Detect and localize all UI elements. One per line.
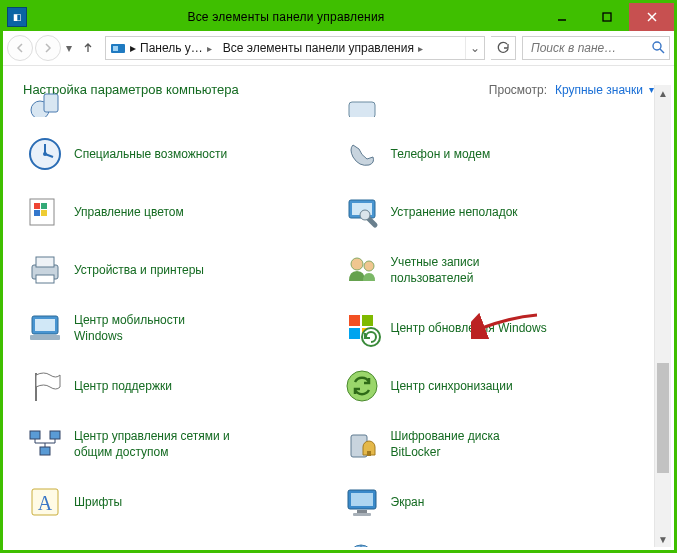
display-icon (341, 481, 383, 523)
toolbar: ▾ ▸ Панель у…▸ Все элементы панели управ… (3, 31, 674, 66)
generic-icon (341, 93, 383, 117)
svg-rect-16 (41, 203, 47, 209)
item-user-accounts[interactable]: Учетные записи пользователей (337, 241, 662, 299)
windows-update-icon (341, 307, 383, 349)
item-label: Телефон и модем (391, 146, 491, 162)
up-button[interactable] (77, 37, 99, 59)
window-buttons (539, 3, 674, 31)
item-display[interactable]: Экран (337, 473, 662, 531)
close-button[interactable] (629, 3, 674, 31)
item-devices-printers[interactable]: Устройства и принтеры (20, 241, 345, 299)
search-box[interactable] (522, 36, 670, 60)
item-phone-modem[interactable]: Телефон и модем (337, 125, 662, 183)
search-input[interactable] (529, 40, 649, 56)
scrollbar[interactable]: ▲ ▼ (654, 85, 671, 547)
svg-point-13 (43, 152, 47, 156)
titlebar: ◧ Все элементы панели управления (3, 3, 674, 31)
item-sync-center[interactable]: Центр синхронизации (337, 357, 662, 415)
item-partial-top-right[interactable] (337, 85, 662, 125)
history-dropdown[interactable]: ▾ (63, 41, 75, 55)
item-fonts[interactable]: AШрифты (20, 473, 345, 531)
network-icon (24, 423, 66, 465)
wrench-icon (341, 191, 383, 233)
svg-rect-15 (34, 203, 40, 209)
breadcrumb-label-1: Панель у… (140, 41, 203, 55)
svg-point-44 (347, 371, 377, 401)
svg-rect-39 (349, 315, 360, 326)
address-bar[interactable]: ▸ Панель у…▸ Все элементы панели управле… (105, 36, 485, 60)
svg-rect-18 (41, 210, 47, 216)
item-label: Специальные возможности (74, 146, 227, 162)
phone-icon (341, 133, 383, 175)
svg-rect-50 (353, 513, 371, 516)
language-icon: 字 (341, 539, 383, 547)
breadcrumb-segment-2[interactable]: Все элементы панели управления▸ (219, 37, 430, 59)
breadcrumb-segment-1[interactable]: Панель у…▸ (136, 37, 219, 59)
item-partial-top-left[interactable] (20, 85, 345, 125)
minimize-button[interactable] (539, 3, 584, 31)
svg-rect-20 (36, 257, 54, 267)
svg-rect-48 (351, 493, 373, 506)
sync-icon (341, 365, 383, 407)
window: ◧ Все элементы панели управления ▾ ▸ Пан… (0, 0, 677, 553)
breadcrumb-label-2: Все элементы панели управления (223, 41, 414, 55)
search-icon (652, 41, 665, 57)
mobility-icon (24, 307, 66, 349)
address-dropdown[interactable]: ⌄ (465, 37, 484, 59)
maximize-button[interactable] (584, 3, 629, 31)
svg-rect-23 (35, 319, 55, 331)
window-title: Все элементы панели управления (33, 10, 539, 24)
svg-text:A: A (38, 492, 53, 514)
item-action-center[interactable]: Центр поддержки (20, 357, 345, 415)
item-label: Центр обновления Windows (391, 320, 547, 336)
svg-rect-26 (30, 431, 40, 439)
svg-rect-24 (30, 335, 60, 340)
svg-line-7 (660, 49, 664, 53)
item-windows-update[interactable]: Центр обновления Windows (337, 299, 662, 357)
svg-point-38 (364, 261, 374, 271)
color-icon (24, 191, 66, 233)
svg-rect-46 (367, 451, 371, 456)
users-icon (341, 249, 383, 291)
refresh-button[interactable] (491, 36, 516, 60)
svg-rect-41 (349, 328, 360, 339)
control-panel-icon: ◧ (7, 7, 27, 27)
forward-button[interactable] (35, 35, 61, 61)
svg-rect-40 (362, 315, 373, 326)
item-label: Устройства и принтеры (74, 262, 204, 278)
item-bitlocker[interactable]: Шифрование диска BitLocker (337, 415, 662, 473)
item-network-sharing[interactable]: Центр управления сетями и общим доступом (20, 415, 345, 473)
item-label: Центр синхронизации (391, 378, 513, 394)
svg-rect-33 (349, 102, 375, 117)
svg-rect-21 (36, 275, 54, 283)
svg-point-6 (653, 42, 661, 50)
item-label: Экран (391, 494, 425, 510)
item-power-options[interactable]: Электропитание (20, 531, 345, 547)
lock-icon (341, 423, 383, 465)
item-ease-of-access[interactable]: Специальные возможности (20, 125, 345, 183)
power-icon (24, 539, 66, 547)
item-label: Управление цветом (74, 204, 184, 220)
flag-icon (24, 365, 66, 407)
item-label: Учетные записи пользователей (391, 254, 551, 286)
items-grid: Специальные возможности Управление цвето… (6, 85, 671, 547)
item-color-management[interactable]: Управление цветом (20, 183, 345, 241)
item-label: Центр мобильности Windows (74, 312, 234, 344)
item-label: Шифрование диска BitLocker (391, 428, 551, 460)
address-icon (110, 40, 126, 56)
item-troubleshooting[interactable]: Устранение неполадок (337, 183, 662, 241)
scroll-up-icon[interactable]: ▲ (655, 85, 671, 101)
scroll-down-icon[interactable]: ▼ (655, 531, 671, 547)
content-area: Специальные возможности Управление цвето… (6, 85, 671, 547)
clock-icon (24, 133, 66, 175)
item-language[interactable]: 字Язык (337, 531, 662, 547)
item-mobility-center[interactable]: Центр мобильности Windows (20, 299, 345, 357)
item-label: Центр управления сетями и общим доступом (74, 428, 234, 460)
svg-rect-1 (603, 13, 611, 21)
device-icon (24, 93, 66, 117)
svg-rect-49 (357, 510, 367, 513)
back-button[interactable] (7, 35, 33, 61)
item-label: Устранение неполадок (391, 204, 518, 220)
printer-icon (24, 249, 66, 291)
scroll-thumb[interactable] (657, 363, 669, 473)
